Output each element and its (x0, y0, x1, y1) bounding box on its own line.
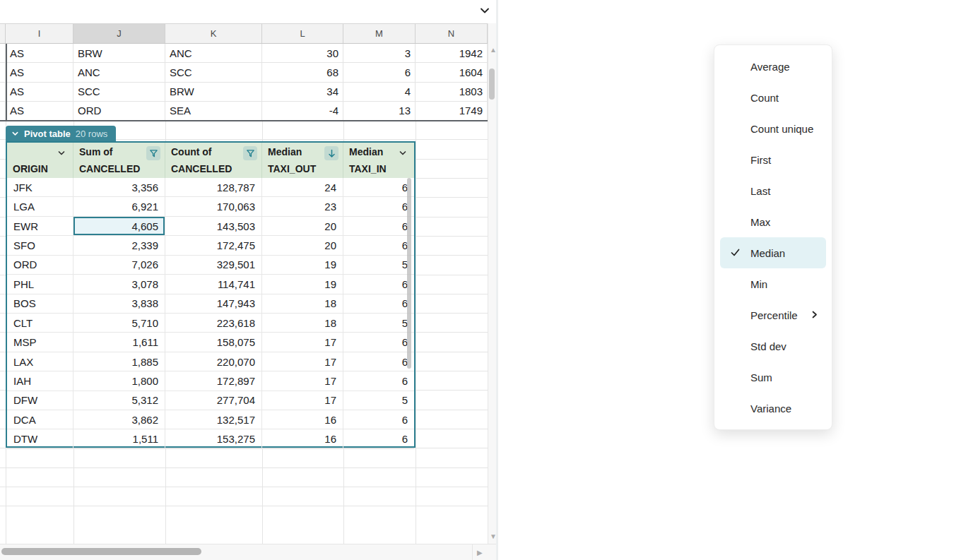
pivot-cell[interactable]: 3,356 (73, 178, 165, 197)
pivot-cell[interactable]: 132,517 (165, 410, 262, 429)
pivot-cell[interactable]: 5 (343, 314, 414, 333)
menu-item-first[interactable]: First (720, 144, 826, 175)
cell[interactable]: 1942 (416, 44, 488, 63)
pivot-cell[interactable]: 1,511 (73, 429, 165, 448)
column-header-I[interactable]: I (6, 24, 73, 43)
cell[interactable]: 6 (343, 63, 416, 82)
pivot-cell[interactable]: 17 (262, 333, 343, 352)
menu-item-last[interactable]: Last (720, 175, 826, 206)
pivot-cell[interactable]: 5 (343, 391, 414, 410)
pivot-cell[interactable]: 3,838 (73, 294, 165, 314)
pivot-cell[interactable]: 6 (343, 294, 414, 314)
cell[interactable]: 1803 (416, 83, 488, 102)
pivot-cell[interactable]: 170,063 (165, 197, 262, 216)
pivot-cell[interactable]: DTW (7, 429, 73, 448)
horizontal-scrollbar-thumb[interactable] (1, 548, 201, 555)
column-header-L[interactable]: L (262, 24, 343, 43)
selected-cell[interactable]: 4,605 (73, 217, 165, 236)
pivot-cell[interactable]: 172,475 (165, 236, 262, 255)
pivot-cell[interactable]: 6 (343, 275, 414, 294)
pivot-header-cancelled[interactable]: Count ofCANCELLED (165, 143, 262, 178)
cell[interactable]: 13 (343, 102, 416, 121)
pivot-cell[interactable]: 172,897 (165, 371, 262, 391)
pivot-cell[interactable]: BOS (7, 294, 73, 314)
pivot-header-cancelled[interactable]: Sum ofCANCELLED (73, 143, 165, 178)
pivot-table-badge[interactable]: Pivot table 20 rows (6, 126, 116, 141)
pivot-cell[interactable]: SFO (7, 236, 73, 255)
pivot-cell[interactable]: PHL (7, 275, 73, 294)
sort-descending-icon[interactable] (324, 146, 338, 160)
menu-item-count-unique[interactable]: Count unique (720, 113, 826, 144)
menu-item-variance[interactable]: Variance (720, 393, 826, 424)
pivot-cell[interactable]: 19 (262, 256, 343, 275)
pivot-cell[interactable]: 6 (343, 410, 414, 429)
menu-item-percentile[interactable]: Percentile (720, 299, 826, 330)
pivot-cell[interactable]: 17 (262, 371, 343, 391)
pivot-cell[interactable]: CLT (7, 314, 73, 333)
cell[interactable]: BRW (73, 44, 165, 63)
pivot-cell[interactable]: 19 (262, 275, 343, 294)
cell[interactable]: 1604 (416, 63, 488, 82)
pivot-cell[interactable]: 220,070 (165, 352, 262, 371)
pivot-cell[interactable]: 147,943 (165, 294, 262, 314)
pivot-cell[interactable]: MSP (7, 333, 73, 352)
pivot-header-taxi_in[interactable]: MedianTAXI_IN (343, 143, 414, 178)
vertical-scrollbar-thumb[interactable] (489, 68, 495, 100)
cell[interactable]: AS (6, 63, 73, 82)
pivot-cell[interactable]: DCA (7, 410, 73, 429)
pivot-cell[interactable]: 18 (262, 294, 343, 314)
pivot-cell[interactable]: 1,800 (73, 371, 165, 391)
pivot-cell[interactable]: 6 (343, 178, 414, 197)
cell[interactable]: AS (6, 102, 73, 121)
pivot-scrollbar[interactable] (407, 178, 411, 369)
pivot-cell[interactable]: 158,075 (165, 333, 262, 352)
cell[interactable]: -4 (262, 102, 343, 121)
pivot-cell[interactable]: 143,503 (165, 217, 262, 236)
column-header-J[interactable]: J (73, 24, 165, 43)
pivot-header-taxi_out[interactable]: MedianTAXI_OUT (262, 143, 343, 178)
pivot-cell[interactable]: LGA (7, 197, 73, 216)
pivot-cell[interactable]: 6 (343, 197, 414, 216)
pivot-cell[interactable]: 7,026 (73, 256, 165, 275)
cell[interactable]: BRW (165, 83, 262, 102)
cell[interactable]: 3 (343, 44, 416, 63)
pivot-cell[interactable]: 6 (343, 371, 414, 391)
pivot-cell[interactable]: 6,921 (73, 197, 165, 216)
menu-item-sum[interactable]: Sum (720, 362, 826, 393)
pivot-cell[interactable]: EWR (7, 217, 73, 236)
cell[interactable]: AS (6, 83, 73, 102)
pivot-cell[interactable]: 128,787 (165, 178, 262, 197)
pivot-cell[interactable]: 16 (262, 429, 343, 448)
pivot-cell[interactable]: 3,078 (73, 275, 165, 294)
pivot-cell[interactable]: 24 (262, 178, 343, 197)
menu-item-count[interactable]: Count (720, 82, 826, 113)
filter-icon[interactable] (243, 146, 257, 160)
column-header-M[interactable]: M (343, 24, 416, 43)
pivot-cell[interactable]: LAX (7, 352, 73, 371)
pivot-cell[interactable]: 5,312 (73, 391, 165, 410)
menu-item-average[interactable]: Average (720, 51, 826, 82)
pivot-cell[interactable]: 1,885 (73, 352, 165, 371)
pivot-cell[interactable]: 1,611 (73, 333, 165, 352)
cell[interactable]: SCC (73, 83, 165, 102)
cell[interactable]: AS (6, 44, 73, 63)
pivot-cell[interactable]: 2,339 (73, 236, 165, 255)
menu-item-median[interactable]: Median (720, 237, 826, 268)
pivot-cell[interactable]: 223,618 (165, 314, 262, 333)
pivot-cell[interactable]: ORD (7, 256, 73, 275)
pivot-cell[interactable]: 6 (343, 333, 414, 352)
cell[interactable]: SCC (165, 63, 262, 82)
chevron-down-icon[interactable] (54, 146, 69, 160)
menu-item-min[interactable]: Min (720, 268, 826, 299)
filter-icon[interactable] (146, 146, 160, 160)
pivot-cell[interactable]: DFW (7, 391, 73, 410)
cell[interactable]: 4 (343, 83, 416, 102)
column-header-N[interactable]: N (416, 24, 488, 43)
pivot-cell[interactable]: 277,704 (165, 391, 262, 410)
pivot-cell[interactable]: 20 (262, 236, 343, 255)
pivot-cell[interactable]: 5 (343, 256, 414, 275)
cell[interactable]: ORD (73, 102, 165, 121)
pivot-cell[interactable]: 18 (262, 314, 343, 333)
pivot-cell[interactable]: IAH (7, 371, 73, 391)
chevron-down-icon[interactable] (476, 2, 493, 19)
